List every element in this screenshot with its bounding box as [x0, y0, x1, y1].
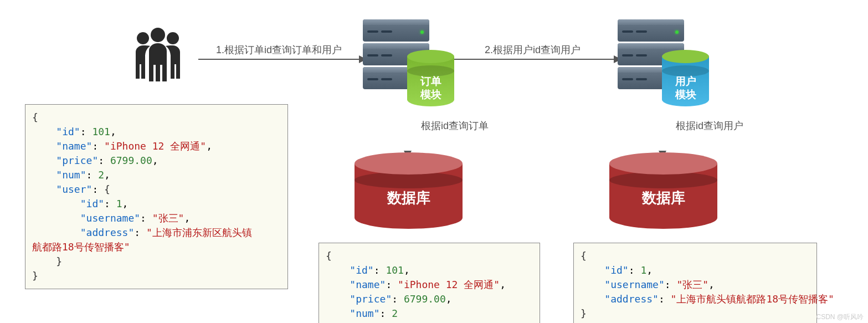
order-module-icon: 订单模块	[407, 50, 454, 108]
user-server-icon: 用户模块	[618, 19, 690, 94]
watermark: CSDN @听风吟	[816, 312, 864, 322]
svg-point-0	[151, 28, 165, 42]
svg-point-1	[137, 32, 149, 44]
order-db-label: 数据库	[355, 188, 463, 208]
user-database-icon: 数据库	[609, 152, 717, 230]
order-module-label-1: 订单	[420, 75, 441, 87]
label-order-db: 根据id查询订单	[421, 119, 489, 132]
svg-point-2	[167, 32, 179, 44]
json-order-record: { "id": 101, "name": "iPhone 12 全网通", "p…	[319, 243, 540, 323]
label-step2: 2.根据用户id查询用户	[485, 43, 581, 57]
arrow-step1	[198, 59, 359, 60]
label-user-db: 根据id查询用户	[676, 119, 743, 132]
order-server-icon: 订单模块	[363, 19, 435, 94]
users-icon	[125, 25, 191, 89]
order-database-icon: 数据库	[355, 152, 463, 230]
order-module-label-2: 模块	[420, 89, 441, 100]
user-db-label: 数据库	[609, 188, 717, 208]
architecture-diagram: 1.根据订单id查询订单和用户 订单模块 2.根据用户id查询用户 用户模块	[0, 0, 868, 323]
user-module-label-2: 模块	[675, 89, 696, 100]
user-module-icon: 用户模块	[662, 50, 709, 108]
json-user-record: { "id": 1, "username": "张三", "address": …	[573, 243, 817, 323]
arrow-step2	[454, 59, 614, 60]
json-combined-response: { "id": 101, "name": "iPhone 12 全网通", "p…	[25, 104, 288, 289]
user-module-label-1: 用户	[675, 75, 696, 87]
label-step1: 1.根据订单id查询订单和用户	[216, 43, 342, 57]
